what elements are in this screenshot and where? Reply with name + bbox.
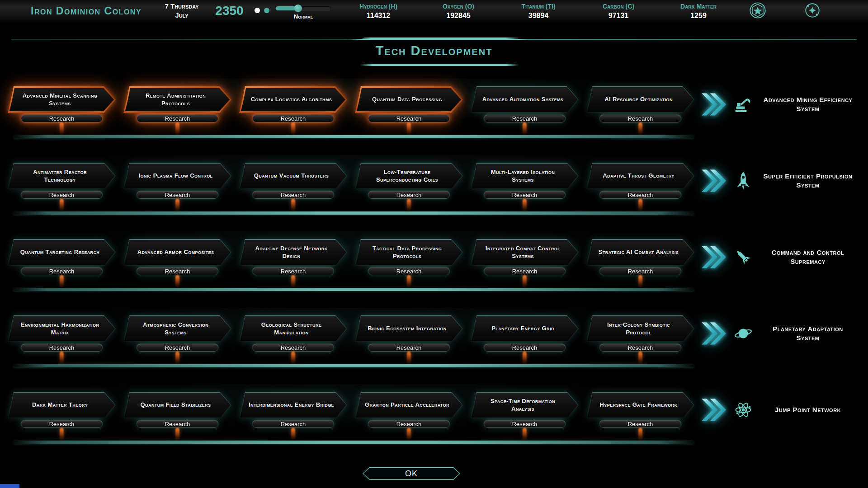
tech-card[interactable]: Planetary Energy GridResearch: [471, 315, 579, 352]
category-label: Advanced Mining Efficiency System: [760, 95, 855, 114]
speed-slider[interactable]: [276, 6, 331, 10]
chevron-double-icon: [702, 394, 726, 426]
connector-slot: [239, 122, 347, 135]
progress-connector: [523, 122, 527, 135]
tech-card[interactable]: Quantum Field StabilizersResearch: [123, 392, 231, 428]
connector-slot: [239, 428, 347, 441]
progress-connector: [175, 428, 179, 441]
research-button[interactable]: Research: [484, 343, 566, 352]
chevron-double-icon: [702, 88, 726, 121]
tech-card[interactable]: Tactical Data Processing ProtocolsResear…: [355, 239, 463, 275]
research-button[interactable]: Research: [599, 343, 682, 352]
tech-card[interactable]: Inter-Colony Symbiotic ProtocolResearch: [586, 315, 694, 352]
tech-card[interactable]: Space-Time Deformation AnalysisResearch: [471, 392, 579, 428]
research-button[interactable]: Research: [137, 343, 219, 352]
tech-card[interactable]: Atmospheric Conversion SystemsResearch: [123, 315, 231, 352]
research-button[interactable]: Research: [484, 191, 566, 199]
research-button[interactable]: Research: [137, 420, 219, 428]
progress-connector: [291, 275, 295, 288]
tech-card-frame: Advanced Armor Composites: [123, 239, 231, 266]
research-button[interactable]: Research: [368, 267, 450, 275]
tech-card[interactable]: Advanced Mineral Scanning SystemsResearc…: [8, 86, 116, 122]
pager-dot[interactable]: [264, 8, 269, 13]
research-button[interactable]: Research: [21, 114, 103, 122]
research-button[interactable]: Research: [21, 420, 103, 428]
progress-connector: [523, 352, 527, 364]
connector-slot: [8, 122, 116, 135]
research-button[interactable]: Research: [484, 114, 566, 122]
connector-slot: [471, 428, 579, 441]
research-button[interactable]: Research: [21, 191, 103, 199]
tech-card[interactable]: Interdimensional Energy BridgeResearch: [239, 392, 347, 428]
tech-card-body: Tactical Data Processing Protocols: [356, 240, 462, 265]
tech-name: Antimatter Reactor Technology: [17, 169, 103, 184]
research-button[interactable]: Research: [137, 114, 219, 122]
research-button[interactable]: Research: [599, 420, 682, 428]
research-button[interactable]: Research: [368, 191, 450, 199]
tech-card-body: Dark Matter Theory: [9, 393, 115, 418]
research-button[interactable]: Research: [484, 420, 566, 428]
orbit-icon[interactable]: [804, 2, 821, 19]
resource-label: Titanium (TI): [502, 2, 575, 11]
tech-name: Adaptive Defense Network Design: [248, 245, 335, 260]
year-display: 2350: [208, 4, 251, 18]
tech-card[interactable]: Strategic AI Combat AnalysisResearch: [586, 239, 694, 275]
tech-card[interactable]: Quantum Data ProcessingResearch: [355, 86, 463, 122]
tech-card-frame: Ionic Plasma Flow Control: [123, 163, 231, 189]
tech-card[interactable]: Dark Matter TheoryResearch: [8, 392, 116, 428]
tech-card[interactable]: Advanced Armor CompositesResearch: [123, 239, 231, 275]
tech-card[interactable]: Low-Temperature Superconducting CoilsRes…: [355, 163, 463, 199]
research-button[interactable]: Research: [252, 267, 335, 275]
resource-label: Hydrogen (H): [342, 2, 415, 11]
research-button[interactable]: Research: [21, 343, 103, 352]
category: Command and Control Supremacy: [733, 239, 855, 275]
tech-card[interactable]: Complex Logistics AlgorithmsResearch: [239, 86, 347, 122]
star-badge-icon[interactable]: [749, 2, 766, 19]
research-button[interactable]: Research: [252, 343, 335, 352]
research-button[interactable]: Research: [252, 420, 335, 428]
tech-row: Quantum Targeting ResearchResearchAdvanc…: [0, 229, 868, 305]
speed-slider-handle[interactable]: [294, 5, 302, 12]
tech-card[interactable]: Bionic Ecosystem IntegrationResearch: [355, 315, 463, 352]
ok-button[interactable]: OK: [363, 467, 460, 480]
category-label: Planetary Adaptation System: [760, 324, 855, 343]
category: Advanced Mining Efficiency System: [733, 86, 855, 122]
progress-connector: [523, 199, 527, 211]
tech-card[interactable]: Adaptive Thrust GeometryResearch: [586, 163, 694, 199]
research-button[interactable]: Research: [368, 343, 450, 352]
tech-card[interactable]: Antimatter Reactor TechnologyResearch: [8, 163, 116, 199]
connector-slot: [239, 275, 347, 288]
tech-card[interactable]: Multi-Layered Isolation SystemsResearch: [471, 163, 579, 199]
research-button[interactable]: Research: [599, 191, 682, 199]
tech-card[interactable]: Geological Structure ManipulationResearc…: [239, 315, 347, 352]
tech-card[interactable]: Environmental Harmonization MatrixResear…: [8, 315, 116, 352]
research-button[interactable]: Research: [21, 267, 103, 275]
tech-card[interactable]: Graviton Particle AcceleratorResearch: [355, 392, 463, 428]
tech-name: AI Resource Optimization: [604, 96, 673, 103]
research-button[interactable]: Research: [368, 114, 450, 122]
research-button[interactable]: Research: [252, 191, 335, 199]
tech-card[interactable]: Hyperspace Gate FrameworkResearch: [586, 392, 694, 428]
tech-name: Advanced Mineral Scanning Systems: [18, 92, 102, 108]
tech-card[interactable]: Quantum Targeting ResearchResearch: [8, 239, 116, 275]
research-button[interactable]: Research: [368, 420, 450, 428]
tech-card[interactable]: Quantum Vacuum ThrustersResearch: [239, 163, 347, 199]
research-button[interactable]: Research: [599, 114, 682, 122]
research-button[interactable]: Research: [137, 267, 219, 275]
research-button[interactable]: Research: [599, 267, 682, 275]
tech-card[interactable]: Advanced Automation SystemsResearch: [471, 86, 579, 122]
progress-connector: [175, 199, 179, 211]
pager-dot-active[interactable]: [255, 8, 260, 13]
tech-card[interactable]: Remote Administration ProtocolsResearch: [123, 86, 231, 122]
research-button[interactable]: Research: [252, 114, 335, 122]
resource-label: Carbon (C): [582, 2, 655, 11]
research-button[interactable]: Research: [484, 267, 566, 275]
tech-card-body: Multi-Layered Isolation Systems: [472, 164, 578, 188]
tech-card-body: Integrated Combat Control Systems: [472, 240, 578, 265]
tech-card[interactable]: AI Resource OptimizationResearch: [586, 86, 694, 122]
page-title: Tech Development: [0, 43, 868, 58]
tech-card[interactable]: Adaptive Defense Network DesignResearch: [239, 239, 347, 275]
tech-card[interactable]: Integrated Combat Control SystemsResearc…: [471, 239, 579, 275]
tech-card[interactable]: Ionic Plasma Flow ControlResearch: [123, 163, 231, 199]
research-button[interactable]: Research: [137, 191, 219, 199]
